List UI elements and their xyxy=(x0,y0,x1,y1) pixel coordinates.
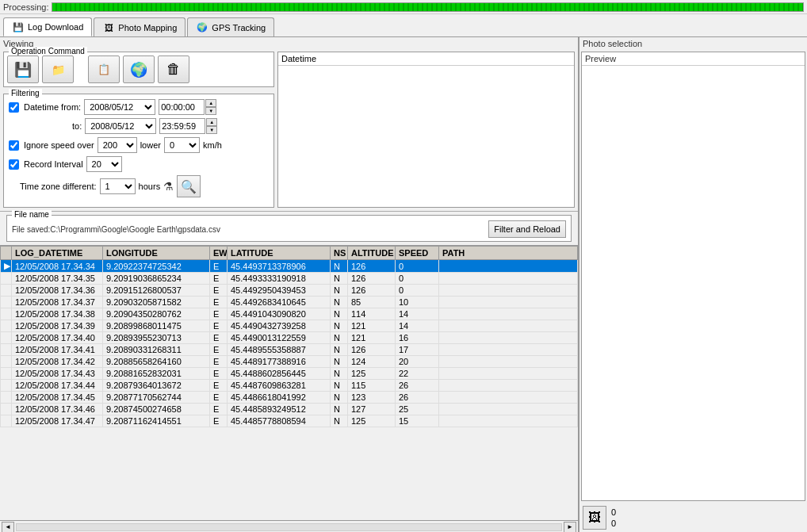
row-longitude: 9.20871162414551 xyxy=(103,415,210,427)
filter-reload-button[interactable]: Filter and Reload xyxy=(488,220,566,238)
row-indicator xyxy=(1,404,12,415)
tab-photo-mapping[interactable]: 🖼 Photo Mapping xyxy=(94,17,185,36)
left-controls: Operation Command 💾 📁 📋 xyxy=(3,52,274,208)
tab-gps-tracking[interactable]: 🌍 GPS Tracking xyxy=(187,17,274,36)
browse-button[interactable]: 📁 xyxy=(42,55,74,83)
col-header-speed[interactable]: SPEED xyxy=(396,247,439,260)
export-button[interactable]: 📋 xyxy=(88,55,120,83)
processing-label: Processing: xyxy=(3,2,48,12)
table-row[interactable]: 12/05/2008 17.34.389.20904350280762E45.4… xyxy=(1,308,578,320)
col-header-ew[interactable]: EW xyxy=(210,247,228,260)
globe-icon: 🌍 xyxy=(130,61,147,78)
row-speed: 20 xyxy=(396,356,439,368)
time-to-spinners: ▲ ▼ xyxy=(206,118,217,134)
speed-value-select[interactable]: 200 xyxy=(98,137,137,153)
row-longitude: 9.20885658264160 xyxy=(103,356,210,368)
table-row[interactable]: 12/05/2008 17.34.419.20890331268311E45.4… xyxy=(1,344,578,356)
row-path xyxy=(439,404,578,415)
row-indicator xyxy=(1,356,12,368)
row-datetime: 12/05/2008 17.34.46 xyxy=(12,404,103,415)
lower-value-select[interactable]: 0 xyxy=(164,137,200,153)
row-latitude: 45.4491043090820 xyxy=(228,308,331,320)
table-row[interactable]: 12/05/2008 17.34.369.20915126800537E45.4… xyxy=(1,285,578,297)
row-ns: N xyxy=(331,297,348,308)
viewing-section: Viewing Operation Command 💾 📁 xyxy=(0,37,578,212)
table-row[interactable]: 12/05/2008 17.34.409.20893955230713E45.4… xyxy=(1,332,578,344)
tab-gps-tracking-label: GPS Tracking xyxy=(212,23,266,33)
row-datetime: 12/05/2008 17.34.41 xyxy=(12,344,103,356)
row-latitude: 45.4486618041992 xyxy=(228,392,331,404)
row-path xyxy=(439,392,578,404)
data-table: LOG_DATETIME LONGITUDE EW LATITUDE NS AL… xyxy=(0,246,578,427)
row-altitude: 121 xyxy=(348,332,396,344)
save-button[interactable]: 💾 xyxy=(7,55,39,83)
table-row[interactable]: 12/05/2008 17.34.439.20881652832031E45.4… xyxy=(1,368,578,380)
col-header-datetime[interactable]: LOG_DATETIME xyxy=(12,247,103,260)
tab-log-download[interactable]: 💾 Log Download xyxy=(3,17,92,36)
photo-mapping-icon: 🖼 xyxy=(102,21,115,34)
time-from-input[interactable] xyxy=(159,99,205,115)
row-altitude: 121 xyxy=(348,320,396,332)
table-row[interactable]: ▶12/05/2008 17.34.349.20922374725342E45.… xyxy=(1,260,578,273)
table-row[interactable]: 12/05/2008 17.34.429.20885658264160E45.4… xyxy=(1,356,578,368)
operation-command-group: Operation Command 💾 📁 📋 xyxy=(3,52,274,87)
scroll-track[interactable] xyxy=(16,523,562,531)
time-from-spinners: ▲ ▼ xyxy=(205,99,216,115)
col-header-latitude[interactable]: LATITUDE xyxy=(228,247,331,260)
row-speed: 14 xyxy=(396,320,439,332)
table-row[interactable]: 12/05/2008 17.34.359.20919036865234E45.4… xyxy=(1,273,578,285)
table-body: ▶12/05/2008 17.34.349.20922374725342E45.… xyxy=(1,260,578,427)
row-indicator xyxy=(1,308,12,320)
time-to-input[interactable] xyxy=(159,118,205,134)
filename-path: File saved:C:\Programmi\Google\Google Ea… xyxy=(12,225,485,234)
record-interval-checkbox[interactable] xyxy=(9,159,19,170)
table-row[interactable]: 12/05/2008 17.34.479.20871162414551E45.4… xyxy=(1,415,578,427)
scroll-right-button[interactable]: ► xyxy=(564,522,576,533)
table-row[interactable]: 12/05/2008 17.34.469.20874500274658E45.4… xyxy=(1,404,578,415)
browse-icon: 📁 xyxy=(52,63,65,76)
horizontal-scrollbar[interactable]: ◄ ► xyxy=(0,520,578,532)
row-indicator xyxy=(1,285,12,297)
globe-button[interactable]: 🌍 xyxy=(123,55,155,83)
row-indicator xyxy=(1,273,12,285)
timezone-select[interactable]: 1 xyxy=(100,178,136,194)
record-value-select[interactable]: 20 xyxy=(86,156,122,172)
date-from-select[interactable]: 2008/05/12 xyxy=(84,99,155,115)
table-row[interactable]: 12/05/2008 17.34.399.20899868011475E45.4… xyxy=(1,320,578,332)
date-to-select[interactable]: 2008/05/12 xyxy=(85,118,156,134)
time-from-up[interactable]: ▲ xyxy=(205,99,216,107)
row-ew: E xyxy=(210,404,228,415)
time-to-down[interactable]: ▼ xyxy=(206,126,217,134)
row-ew: E xyxy=(210,320,228,332)
time-from-down[interactable]: ▼ xyxy=(205,107,216,115)
row-ns: N xyxy=(331,344,348,356)
search-button[interactable]: 🔍 xyxy=(177,175,201,197)
row-altitude: 125 xyxy=(348,415,396,427)
row-longitude: 9.20881652832031 xyxy=(103,368,210,380)
filter-icon: ⚗ xyxy=(163,180,174,193)
table-row[interactable]: 12/05/2008 17.34.459.20877170562744E45.4… xyxy=(1,392,578,404)
col-header-ns[interactable]: NS xyxy=(331,247,348,260)
row-path xyxy=(439,297,578,308)
col-header-path[interactable]: PATH xyxy=(439,247,578,260)
lower-label: lower xyxy=(140,140,161,150)
counter-button[interactable]: 🖼 xyxy=(583,506,606,530)
table-row[interactable]: 12/05/2008 17.34.449.20879364013672E45.4… xyxy=(1,380,578,392)
datetime-from-checkbox[interactable] xyxy=(9,102,19,113)
col-header-altitude[interactable]: ALTITUDE xyxy=(348,247,396,260)
row-speed: 26 xyxy=(396,392,439,404)
counter-value-1: 0 xyxy=(611,507,616,517)
row-ew: E xyxy=(210,368,228,380)
scroll-left-button[interactable]: ◄ xyxy=(2,522,14,533)
row-longitude: 9.20922374725342 xyxy=(103,260,210,273)
time-to-up[interactable]: ▲ xyxy=(206,118,217,126)
row-ns: N xyxy=(331,285,348,297)
data-table-wrapper[interactable]: LOG_DATETIME LONGITUDE EW LATITUDE NS AL… xyxy=(0,246,578,520)
delete-button[interactable]: 🗑 xyxy=(158,55,189,83)
ignore-speed-checkbox[interactable] xyxy=(9,140,19,151)
table-row[interactable]: 12/05/2008 17.34.379.20903205871582E45.4… xyxy=(1,297,578,308)
filename-wrapper: File name File saved:C:\Programmi\Google… xyxy=(0,212,578,245)
hours-label: hours xyxy=(139,182,161,191)
row-path xyxy=(439,344,578,356)
col-header-longitude[interactable]: LONGITUDE xyxy=(103,247,210,260)
